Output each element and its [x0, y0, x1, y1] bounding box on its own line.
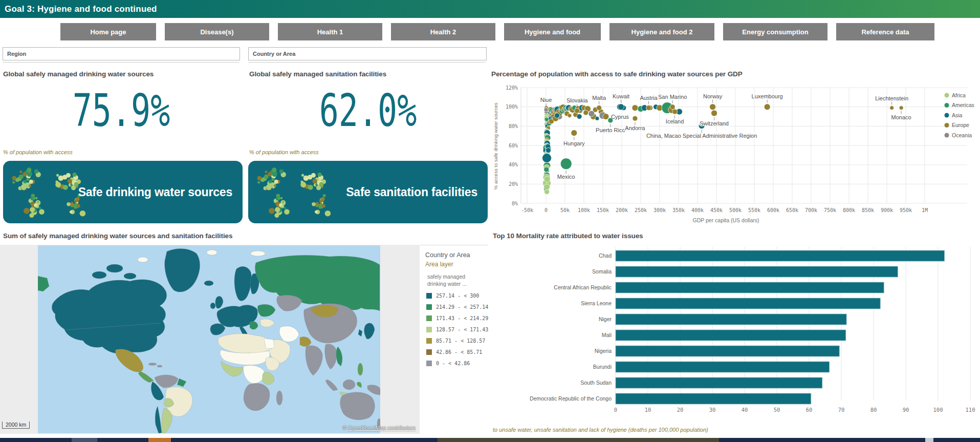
bar-chart-title: Top 10 Mortality rate attributed to wate… [493, 232, 643, 240]
bar-sierra-leone[interactable] [616, 298, 880, 309]
svg-text:60%: 60% [509, 143, 518, 149]
bar-label-mali: Mali [602, 332, 612, 338]
svg-text:60: 60 [806, 407, 813, 413]
bar-niger[interactable] [616, 314, 846, 325]
svg-text:90: 90 [903, 407, 909, 413]
safe-sanitation-button[interactable]: Safe sanitation facilities [248, 161, 488, 223]
bar-nigeria[interactable] [616, 346, 839, 356]
legend-swatch [426, 349, 432, 355]
scatter-label-norway: Norway [703, 93, 723, 99]
nav-bar: Home pageDisease(s)Health 1Health 2Hygie… [60, 23, 934, 40]
svg-text:100: 100 [933, 407, 943, 413]
nav-button-reference-data[interactable]: Reference data [836, 23, 934, 40]
scatter-chart[interactable]: -50k050k100k150k200k250k300k350k400k450k… [490, 81, 980, 229]
footer-segment-1 [148, 438, 171, 442]
svg-text:70: 70 [838, 407, 845, 413]
bar-label-chad: Chad [599, 252, 612, 259]
nav-button-disease-s-[interactable]: Disease(s) [165, 23, 269, 40]
svg-text:110: 110 [966, 407, 975, 413]
bar-label-central-african-republic: Central African Republic [554, 284, 612, 290]
svg-text:-50k: -50k [521, 207, 533, 213]
map-scale-bar: 2000 km [2, 422, 30, 429]
svg-text:950k: 950k [900, 207, 912, 213]
kpi-sanitation-value: 62.0% [248, 88, 488, 133]
choropleth-map[interactable]: 2000 km © OpenStreetMap contributors [0, 245, 420, 434]
nav-button-health-2[interactable]: Health 2 [391, 23, 495, 40]
map-legend-class-3[interactable]: 128.57 - < 171.43 [420, 327, 488, 332]
footer-segment-2 [438, 438, 719, 442]
map-legend-layer[interactable]: Area layer [420, 259, 488, 268]
svg-text:Asia: Asia [952, 112, 963, 118]
svg-text:200k: 200k [616, 207, 628, 213]
country-filter[interactable]: Country or Area [248, 47, 487, 60]
page-title: Goal 3: Hygiene and food continued [0, 0, 980, 18]
svg-text:400k: 400k [691, 207, 704, 213]
bar-south-sudan[interactable] [616, 377, 822, 388]
svg-text:80: 80 [870, 407, 877, 413]
scatter-label-malta: Malta [592, 95, 606, 101]
svg-text:150k: 150k [597, 207, 609, 213]
svg-text:500k: 500k [729, 207, 742, 213]
bar-democratic-republic-of-the-congo[interactable] [616, 393, 811, 404]
region-filter[interactable]: Region [3, 47, 240, 60]
kpi-sanitation-title: Global safely managed sanitation facilit… [249, 70, 386, 78]
svg-text:20: 20 [677, 407, 684, 413]
scatter-ylabel: % access to safe drinking water sources [493, 102, 498, 190]
svg-text:850k: 850k [862, 207, 874, 213]
bar-ticks: 0102030405060708090100110 [614, 407, 975, 413]
map-legend-class-6[interactable]: 0 - < 42.86 [420, 361, 488, 366]
scatter-label-niue: Niue [540, 97, 552, 103]
scatter-label-austria: Austria [640, 95, 658, 101]
svg-text:750k: 750k [824, 207, 836, 213]
svg-text:550k: 550k [748, 207, 760, 213]
world-map-graphic[interactable] [38, 245, 380, 433]
scatter-label-mexico: Mexico [557, 174, 575, 180]
osm-attribution-link[interactable]: OpenStreetMap contributors [348, 425, 416, 431]
kpi-sanitation-sublabel: % of population with access [249, 149, 319, 155]
bar-label-nigeria: Nigeria [595, 348, 612, 354]
legend-range-label: 128.57 - < 171.43 [436, 327, 488, 332]
nav-button-energy-consumption[interactable]: Energy consumption [723, 23, 827, 40]
kpi-drinking-water-sublabel: % of population with access [3, 149, 73, 155]
scatter-label-switzerland: Switzerland [700, 120, 729, 127]
bar-chart[interactable]: ChadSomaliaCentral African RepublicSierr… [493, 245, 979, 416]
svg-text:0: 0 [614, 407, 617, 413]
country-filter-label: Country or Area [249, 48, 486, 60]
bar-chart-footnote: to unsafe water, unsafe sanitation and l… [493, 427, 708, 433]
legend-range-label: 257.14 - < 300 [436, 293, 479, 299]
bar-chad[interactable] [616, 250, 945, 261]
map-legend-title: Country or Area [420, 245, 488, 259]
nav-button-health-1[interactable]: Health 1 [278, 23, 382, 40]
svg-text:800k: 800k [843, 207, 855, 213]
bar-central-african-republic[interactable] [616, 282, 884, 293]
map-title: Sum of safely managed drinking water sou… [3, 232, 232, 240]
map-legend-class-0[interactable]: 257.14 - < 300 [420, 293, 488, 299]
svg-text:450k: 450k [710, 207, 723, 213]
svg-text:350k: 350k [672, 207, 685, 213]
map-legend-class-2[interactable]: 171.43 - < 214.29 [420, 315, 488, 321]
map-legend-class-4[interactable]: 85.71 - < 128.57 [420, 338, 488, 344]
svg-text:80%: 80% [509, 123, 518, 129]
safe-drinking-water-button[interactable]: Safe drinking water sources [3, 161, 243, 223]
svg-text:50k: 50k [560, 207, 570, 213]
legend-swatch [426, 327, 432, 332]
legend-range-label: 85.71 - < 128.57 [436, 338, 485, 344]
map-legend-class-1[interactable]: 214.29 - < 257.14 [420, 304, 488, 310]
legend-range-label: 171.43 - < 214.29 [436, 315, 488, 321]
nav-button-hygiene-and-food-2[interactable]: Hygiene and food 2 [609, 23, 714, 40]
map-legend-class-5[interactable]: 42.86 - < 85.71 [420, 349, 488, 355]
footer-segment-3 [925, 438, 933, 442]
bar-mali[interactable] [616, 330, 846, 341]
nav-button-hygiene-and-food[interactable]: Hygiene and food [504, 23, 601, 40]
footer-bar [0, 438, 980, 442]
bar-burundi[interactable] [616, 362, 830, 372]
svg-text:50: 50 [774, 407, 780, 413]
map-attribution: © OpenStreetMap contributors [342, 425, 416, 431]
nav-button-home-page[interactable]: Home page [60, 23, 156, 40]
dotted-world-graphic [248, 161, 356, 223]
scatter-label-san-marino: San Marino [658, 94, 687, 100]
bar-label-somalia: Somalia [592, 268, 612, 275]
svg-text:0: 0 [545, 207, 548, 213]
bar-somalia[interactable] [616, 266, 898, 277]
svg-text:300k: 300k [654, 207, 666, 213]
